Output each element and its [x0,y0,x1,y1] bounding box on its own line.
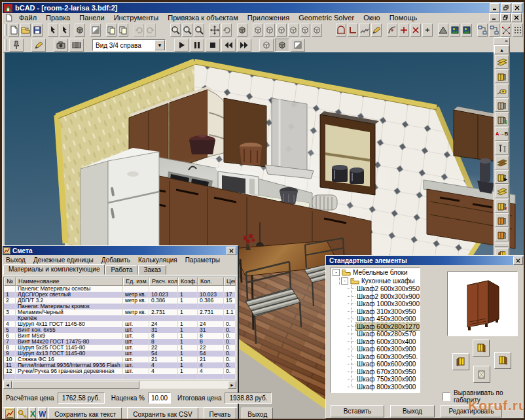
estimate-menu-item[interactable]: Добавить [98,256,134,264]
exit-button[interactable]: Выход [242,408,273,419]
table-row[interactable]: Крепёж [4,315,236,321]
close-icon[interactable]: × [503,39,509,44]
table-row[interactable]: 6 Винт M5x9 шт. 8 1 8 0. [4,333,236,339]
estimate-menu-item[interactable]: Калькуляция [134,256,181,264]
tree-item[interactable]: Шкаф 600x280x570 [331,330,420,338]
table-row[interactable]: 12 Ручки/Ручка 96 граненая деревянная шт… [4,368,236,374]
column-header[interactable]: Кол. [198,277,224,286]
menu-item[interactable]: Приложения [243,14,294,22]
stop-button[interactable] [206,39,220,52]
animation-button[interactable] [69,39,84,52]
pause-button[interactable] [190,39,204,52]
snap-intersect-button[interactable] [410,24,421,37]
select-panel-button[interactable]: ➤ [495,170,509,184]
orient-back-button[interactable] [473,340,490,357]
menu-item[interactable]: Geometric Solver [294,14,359,22]
zoom-in-button[interactable] [182,24,192,37]
orange-doc2-button[interactable] [495,228,509,241]
new-file-button[interactable] [9,24,19,37]
estimate-menu-item[interactable]: Денежные единицы [29,256,98,264]
zoom-window-button[interactable] [170,24,181,37]
fasteners-button[interactable] [495,141,509,155]
camera-button[interactable] [54,39,68,52]
elements-close-button[interactable] [513,256,523,265]
table-row[interactable]: 7 Винт M4x20 ГОСТ 17475-80 шт. 8 1 8 0. [4,339,236,345]
pan-view-button[interactable] [209,24,220,37]
tree-item[interactable]: Шкаф2 800x300x900. [331,293,420,301]
shaded-mode-button[interactable] [275,39,289,52]
cabinet-tool-button[interactable] [495,69,509,83]
table-row[interactable]: Панели: Материалы основы [4,286,236,292]
tree-root[interactable]: - Мебельные блоки [331,268,420,277]
restore-button[interactable] [501,3,511,12]
table-row[interactable] [4,374,236,379]
price-cabinet-button[interactable]: $ [495,113,509,126]
table-row[interactable]: 5 Винт кон. 6x55 шт. 31 1 31 0. [4,327,236,333]
tree-item[interactable]: Шкаф 600x300x400 [331,338,420,346]
snap-arc-button[interactable] [387,24,397,37]
collapse-icon[interactable]: - [341,277,348,285]
tree-item[interactable]: Шкаф 800x300x900 [331,383,420,391]
chevron-down-icon[interactable]: ▼ [154,40,165,50]
wireframe-mode-button[interactable] [259,39,274,52]
print-button[interactable]: Печать [204,408,237,419]
elements-title-bar[interactable]: Стандартные элементы [326,256,524,265]
estimate-close-button[interactable] [226,247,236,255]
view-preset-dropdown[interactable]: Вид 3/4 справа ▼ [92,39,166,51]
column-header[interactable]: Цена [224,277,236,286]
tree-item[interactable]: Шкаф 600x600x900 [331,360,420,368]
tree-item[interactable]: Шкаф 600x300x900 [331,345,420,353]
undo-button[interactable] [134,24,144,37]
render-preview-button[interactable] [462,24,472,37]
close-button[interactable] [512,3,522,12]
column-header[interactable]: Наименование [16,277,123,286]
save-file-button[interactable] [32,24,43,37]
arch-tool-button[interactable] [336,24,346,37]
estimate-menu-item[interactable]: Выход [2,256,29,264]
tree-item[interactable]: Шкаф 600x280x1270 [331,323,420,331]
menu-item[interactable]: Панели [75,14,109,22]
snap-cross-button[interactable] [399,24,409,37]
column-header[interactable]: Расч. кол. [149,277,178,286]
mdi-close-button[interactable] [511,13,522,22]
save-as-csv-button[interactable]: Сохранить как CSV [127,408,198,419]
scroll-thumb[interactable] [12,381,139,389]
sketch-view-button[interactable] [31,39,46,52]
table-row[interactable]: 4 Шуруп 4x11 ГОСТ 1145-80 шт. 24 1 24 0. [4,321,236,327]
collapse-icon[interactable]: - [333,269,340,276]
sketch-tool-button[interactable] [371,24,382,37]
word-export-button[interactable]: W [38,408,46,419]
minimize-button[interactable] [490,3,500,12]
tree-item[interactable]: Шкаф 670x300x950 [331,368,420,376]
render-box-button[interactable] [237,24,247,37]
elements-exit-button[interactable]: Выход [390,405,435,417]
gray-cabinet-button[interactable] [495,98,509,112]
column-header[interactable]: Коэф. [178,277,198,286]
estimate-tab[interactable]: Материалы и комплектующие [3,264,105,275]
cabinet-blocks-button[interactable] [495,184,509,198]
view-front-button[interactable] [253,24,263,37]
tree-item[interactable]: Шкаф 600x300x950. [331,353,420,361]
prev-frame-button[interactable] [221,39,236,52]
orange-doc-button[interactable] [495,213,509,227]
tree-item[interactable]: Шкаф 310x300x950 [331,308,420,316]
toolbar-grip[interactable] [4,39,7,51]
paste-button[interactable] [118,24,128,37]
solid-mode-button[interactable] [75,24,85,37]
excel-export-button[interactable]: X [29,408,36,419]
save-as-text-button[interactable]: Сохранить как текст [48,408,122,419]
measure-tool-button[interactable] [495,84,509,97]
select-button[interactable] [48,24,58,37]
pin-view-button[interactable] [9,39,24,52]
select-add-button[interactable] [60,24,70,37]
title-bar[interactable]: bCAD - [room-2-larisa 3.bdf:2] [3,3,524,13]
scroll-left-button[interactable]: ◄ [3,381,12,389]
menu-item[interactable]: Помощь [385,14,422,22]
view-right-button[interactable] [288,24,299,37]
orient-left-button[interactable] [452,353,469,370]
menu-item[interactable]: Окно [359,14,385,22]
render-image-button[interactable] [450,24,460,37]
table-row[interactable]: 8 Шуруп 5x25 ГОСТ 1145-80 шт. 22 1 22 0. [4,345,236,351]
corner-tool-button[interactable] [348,24,358,37]
snap-point-button[interactable] [422,24,433,37]
